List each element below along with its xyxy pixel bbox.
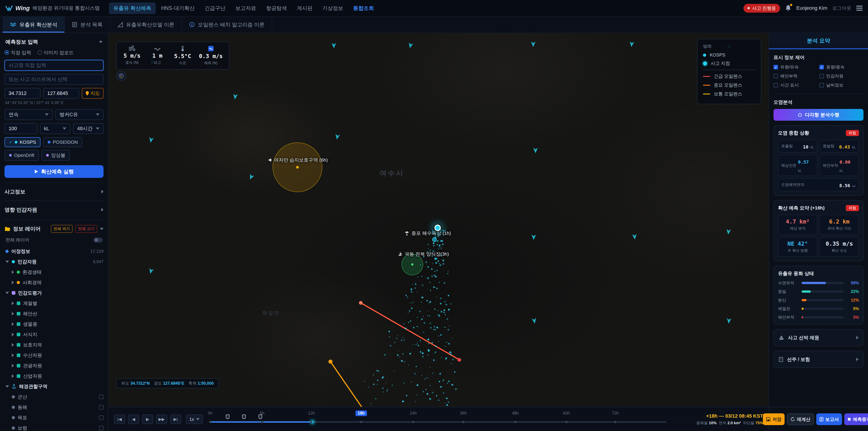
timeline-tick[interactable]: 72h	[610, 410, 621, 416]
timeline-tick[interactable]: 48h	[510, 410, 521, 416]
accident-list-input[interactable]	[4, 74, 103, 85]
protected-area-circle[interactable]	[273, 143, 322, 192]
timeline-tick[interactable]: 24h	[408, 410, 419, 416]
protection-marker-icon[interactable]	[226, 414, 229, 419]
layer-item-species[interactable]: 생물종	[4, 319, 103, 329]
checkbox-shore-attachment[interactable]: 해안부착	[774, 73, 817, 79]
predict-input-header[interactable]: 예측정보 입력	[5, 38, 103, 45]
all-layers-toggle[interactable]	[94, 238, 103, 243]
nav-weather-info[interactable]: 기상정보	[318, 2, 348, 14]
radio-image-upload[interactable]: 이미지 업로드	[37, 50, 74, 56]
checkbox-weather-info[interactable]: 날씨정보	[819, 82, 864, 88]
protected-area-label[interactable]: 여자만 습지보호구역 (6h)	[268, 157, 328, 163]
timeline-tick[interactable]: 18h	[355, 410, 367, 416]
polygon-analysis-button[interactable]: 다각형 분석수행	[774, 109, 864, 121]
nav-board[interactable]: 게시판	[292, 2, 317, 14]
fence-endpoint[interactable]	[329, 360, 333, 364]
stop-prediction-button[interactable]: 예측중지	[844, 413, 868, 425]
tab-diffusion-model-theory[interactable]: 유출유확산모델 이론	[110, 17, 182, 33]
ship-spec-section[interactable]: 사고 선박 제원	[774, 329, 864, 346]
nav-air-search[interactable]: 항공탐색	[261, 2, 291, 14]
model-chip-opendrift[interactable]: OpenDrift	[4, 150, 39, 161]
accident-info-section[interactable]: 사고정보	[4, 182, 103, 201]
layer-item-eco-environment[interactable]: 환경생태	[4, 267, 103, 277]
model-chip-ensemble[interactable]: 앙상블	[41, 150, 70, 161]
oil-type-select[interactable]: 벙커C유	[55, 109, 103, 120]
tab-analysis-list[interactable]: 분석 목록	[65, 17, 110, 33]
timeline-tick[interactable]: 12h	[306, 410, 317, 416]
play-button[interactable]: ▶	[142, 414, 153, 424]
model-chip-poseidon[interactable]: POSEIDON	[43, 137, 82, 147]
normal-oil-fence-line[interactable]	[331, 362, 379, 407]
all-layers-on-button[interactable]: 전체 켜기	[51, 225, 73, 233]
duration-select[interactable]: 48시간	[73, 123, 103, 134]
radio-direct-input[interactable]: 직접 입력	[4, 50, 31, 56]
layer-item-tourism-resource[interactable]: 관광자원	[4, 361, 103, 371]
timeline-track[interactable]	[210, 421, 666, 423]
spill-amount-input[interactable]	[4, 123, 37, 134]
layer-item-mokpo[interactable]: 목포	[4, 412, 103, 423]
brand[interactable]: Wing 해양환경 위기대응 통합시스템	[5, 5, 100, 12]
layer-item-industry-resource[interactable]: 산업자원	[4, 371, 103, 381]
layer-item-donghae[interactable]: 동해	[4, 402, 103, 412]
nav-spill-prediction[interactable]: 유출유 확산예측	[109, 2, 156, 14]
notification-bell-icon[interactable]	[785, 5, 792, 11]
accident-name-input[interactable]	[4, 60, 103, 71]
impact-resources-section[interactable]: 영향 민감자원	[4, 201, 103, 219]
layer-item-seasonal[interactable]: 계절별	[4, 298, 103, 308]
fast-forward-button[interactable]: ▶▶	[156, 414, 167, 424]
all-layers-off-button[interactable]: 전체 끄기	[75, 225, 97, 233]
checkbox-sensitive-resources[interactable]: 민감자원	[819, 73, 864, 79]
checkbox-time-display[interactable]: 시간 표시	[774, 82, 817, 88]
run-prediction-button[interactable]: 확산예측 실행	[4, 165, 103, 178]
farm-label[interactable]: 국동 전복 양식장(3h)	[398, 251, 449, 257]
checkbox-oil-direction[interactable]: 유향/유속	[774, 64, 817, 70]
protection-marker-icon[interactable]	[258, 414, 262, 419]
latitude-input[interactable]	[4, 88, 40, 99]
layer-item-fisheries[interactable]: 어장정보 17,129	[4, 246, 103, 256]
step-back-button[interactable]: ◀	[128, 414, 139, 424]
logout-link[interactable]: 로그아웃	[832, 5, 851, 11]
layer-item-sensitivity-eval[interactable]: 민감도평가	[4, 288, 103, 298]
incident-status-badge[interactable]: 사고 진행중	[743, 4, 780, 13]
protection-marker-icon[interactable]	[242, 414, 246, 419]
layer-item-coastguard-zones[interactable]: 해경관할구역	[4, 381, 103, 392]
owner-insurance-section[interactable]: 선주 / 보험	[774, 351, 864, 368]
layer-item-boryeong[interactable]: 보령	[4, 423, 103, 431]
nav-emergency-rescue[interactable]: 긴급구난	[200, 2, 230, 14]
timeline-tick[interactable]: 36h	[458, 410, 469, 416]
map-style-button[interactable]	[116, 71, 126, 81]
nav-report-data[interactable]: 보고자료	[231, 2, 260, 14]
tab-spill-analysis[interactable]: 유출유 확산분석	[3, 17, 65, 33]
report-button[interactable]: 보고서	[816, 413, 842, 425]
layer-item-protected-area[interactable]: 보호지역	[4, 340, 103, 350]
kosps-point[interactable]	[432, 237, 437, 242]
nav-integrated-search[interactable]: 통합조회	[348, 2, 378, 14]
layer-item-fishery-resource[interactable]: 수산자원	[4, 350, 103, 361]
recalculate-button[interactable]: 재계산	[787, 413, 814, 425]
emergency-oil-fence-line[interactable]	[361, 303, 459, 360]
map-canvas[interactable]: 여수시 화양면 여자만 습지보호구역 (6h) 국동 전복 양식장(3h) 종포…	[108, 33, 769, 407]
model-chip-kosps[interactable]: ✓KOSPS	[4, 137, 40, 147]
zone-box-icon[interactable]	[99, 405, 103, 409]
pick-on-map-button[interactable]: 지도	[82, 88, 103, 99]
tab-oilfence-algorithm-theory[interactable]: 오일펜스 배치 알고리즘 이론	[182, 17, 272, 33]
spill-type-select[interactable]: 연속	[4, 109, 53, 120]
nav-hns-diffusion[interactable]: HNS·대기확산	[157, 2, 199, 14]
timeline-tick[interactable]: 0h	[206, 410, 215, 416]
checkbox-wind-direction[interactable]: 풍향/풍속	[819, 64, 864, 70]
layer-item-gunsan[interactable]: 군산	[4, 392, 103, 402]
right-panel[interactable]: 분석 요약 표시 정보 제어 유향/유속 풍향/풍속 해안부착 민감자원 시간 …	[769, 33, 868, 407]
weather-widget[interactable]: 5 m/s 풍속 (N) 1 m 파고 5.5°C 수온 0.3 m/s 해류 …	[116, 41, 229, 70]
layer-item-sensitive-resources[interactable]: 민감자원 3,947	[4, 256, 103, 267]
zone-box-icon[interactable]	[99, 395, 103, 399]
layer-item-coastline[interactable]: 해안선	[4, 308, 103, 319]
beach-label[interactable]: 종포 해수욕장 (1h)	[405, 230, 451, 237]
save-button[interactable]: 저장	[763, 413, 784, 425]
unit-select[interactable]: kL	[40, 123, 70, 134]
zone-box-icon[interactable]	[99, 426, 103, 430]
playback-speed-select[interactable]: 1x	[186, 414, 203, 424]
analysis-summary-header[interactable]: 분석 요약	[769, 33, 868, 49]
zone-box-icon[interactable]	[99, 415, 103, 420]
longitude-input[interactable]	[43, 88, 79, 99]
